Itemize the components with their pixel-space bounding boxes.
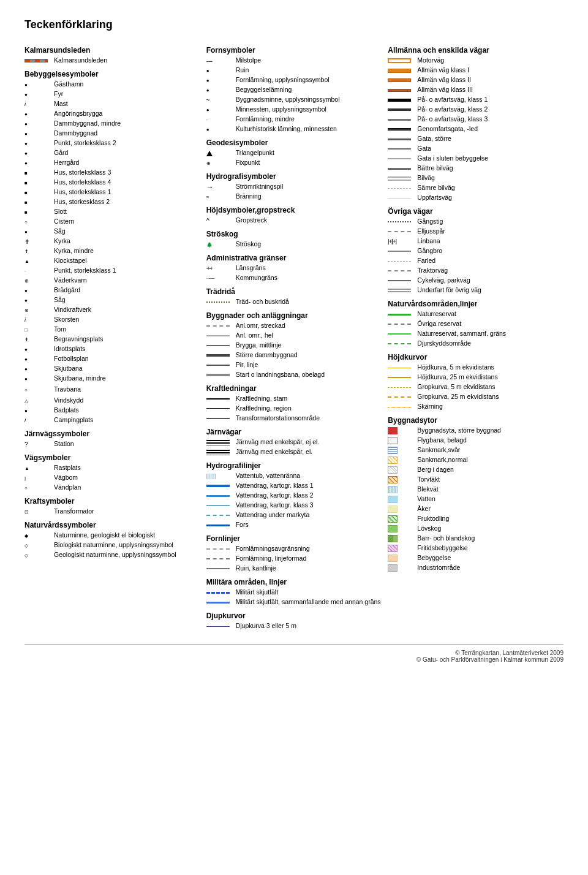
kyrka-symbol: ✝ — [24, 238, 51, 245]
list-item: ● Begyggelselämning — [206, 86, 382, 94]
gata-sym — [388, 148, 415, 150]
traktor-label: Traktorväg — [417, 267, 448, 275]
djurskydd-label: Djurskyddsområde — [417, 339, 471, 348]
hus1-symbol: ■ — [24, 190, 51, 195]
section-hydrografi: Hydrografisymboler — [206, 172, 382, 181]
klockstapel-symbol: ▲ — [24, 259, 51, 264]
list-item: Brygga, mittlinje — [206, 341, 382, 350]
list-item: ||||| Vattentub, vattenränna — [206, 472, 382, 480]
fornlamn-avgr-sym — [206, 548, 233, 550]
list-item: På- o avfartsväg, klass 3 — [388, 115, 564, 124]
list-item: ⊡ Transformator — [24, 507, 200, 516]
damm-mindre-label: Dammbyggnad, mindre — [54, 119, 121, 128]
gata-label: Gata — [417, 145, 431, 153]
samre-label: Sämre bilväg — [417, 184, 454, 192]
geo-naturminne-sym: ◇ — [24, 553, 51, 558]
list-item: ○ Travbana — [24, 385, 200, 394]
begrav-symbol: ✝ — [24, 337, 51, 343]
kulthistorisk-sym: ● — [206, 127, 233, 132]
berg-sym — [388, 466, 415, 474]
list-item: Naturreservat, sammanf. gräns — [388, 330, 564, 338]
list-item: Sämre bilväg — [388, 184, 564, 192]
hus3-symbol: ■ — [24, 170, 51, 176]
list-item: Fornlämning, linjeformad — [206, 555, 382, 563]
list-item: i Campingplats — [24, 416, 200, 425]
fritids-label: Fritidsbebyggelse — [417, 544, 467, 553]
list-item: ● Herrgård — [24, 159, 200, 167]
list-item: ● Gästhamn — [24, 80, 200, 89]
punkt2-symbol: ● — [24, 141, 51, 146]
bygg-stor-sym — [388, 427, 415, 434]
anl-hel-sym — [206, 335, 233, 336]
cistern-label: Cistern — [54, 218, 74, 226]
badplats-symbol: ● — [24, 408, 51, 414]
list-item: -+--+ Länsgräns — [206, 264, 382, 273]
bradgard-symbol: ● — [24, 288, 51, 294]
fyr-symbol: ● — [24, 92, 51, 97]
page-title: Teckenförklaring — [24, 18, 564, 31]
vatten1-sym — [206, 485, 233, 487]
list-item: Pir, linje — [206, 361, 382, 369]
minnessten-label: Minnessten, upplysningssymbol — [236, 105, 326, 114]
begygge-label: Begyggelselämning — [236, 86, 292, 94]
bradgard-label: Brädgård — [54, 286, 80, 295]
aker-sym — [388, 506, 415, 513]
milstolpe-label: Milstolpe — [236, 56, 261, 65]
angoring-symbol: ● — [24, 112, 51, 117]
lansgrans-label: Länsgräns — [236, 264, 266, 273]
list-item: Traktorväg — [388, 267, 564, 275]
frukt-label: Fruktodling — [417, 515, 449, 523]
vatten-under-sym — [206, 515, 233, 516]
list-item: Industriområde — [388, 564, 564, 572]
industri-sym — [388, 564, 415, 572]
motorvag-label: Motorväg — [417, 56, 444, 65]
list-item: Gata i sluten bebyggelse — [388, 154, 564, 163]
list-item: · ·— Kommungräns — [206, 274, 382, 282]
list-item: | Vägbom — [24, 474, 200, 482]
ruin-kant-label: Ruin, kantlinje — [236, 564, 276, 573]
fixpunkt-label: Fixpunkt — [236, 159, 260, 167]
section-jarnvag-sym: Järnvägssymboler — [24, 430, 200, 438]
hus1-label: Hus, storleksklass 1 — [54, 188, 111, 197]
gard-symbol: ● — [24, 151, 51, 156]
section-bebyggelse: Bebyggelsesymboler — [24, 70, 200, 78]
samre-sym — [388, 188, 415, 189]
start-label: Start o landningsbana, obelagd — [236, 371, 325, 379]
list-item: Gångbro — [388, 247, 564, 256]
motorvag-sym — [388, 58, 415, 63]
gangbro-label: Gångbro — [417, 247, 442, 256]
torn-symbol: □ — [24, 327, 51, 333]
uppfart-sym — [388, 198, 415, 199]
list-item: Bilväg — [388, 174, 564, 183]
pa1-sym — [388, 99, 415, 102]
section-admin-grans: Administrativa gränser — [206, 254, 382, 262]
naturres-sym — [388, 314, 415, 316]
sank-normal-sym — [388, 456, 415, 464]
list-item: ● Fornlämning, upplysningssymbol — [206, 76, 382, 85]
list-item: ● Minnessten, upplysningssymbol — [206, 105, 382, 114]
vatten1-label: Vattendrag, kartogr. klass 1 — [236, 482, 314, 490]
naturres-grans-label: Naturreservat, sammanf. gräns — [417, 330, 506, 338]
skjutbana-symbol: ● — [24, 366, 51, 372]
kommungrans-sym: · ·— — [206, 275, 233, 281]
fors-label: Fors — [236, 521, 249, 529]
column-3: Allmänna och enskilda vägar Motorväg All… — [388, 41, 564, 574]
footer-line2: © Gatu- och Parkförvaltningen i Kalmar k… — [24, 656, 564, 663]
klockstapel-label: Klockstapel — [54, 257, 87, 265]
kyrka-mindre-label: Kyrka, mindre — [54, 247, 94, 256]
pa3-label: På- o avfartsväg, klass 3 — [417, 115, 488, 124]
camping-label: Campingplats — [54, 416, 93, 425]
start-sym — [206, 374, 233, 376]
list-item: ● Skjutbana — [24, 365, 200, 373]
barrskog-label: Barr- och blandskog — [417, 534, 475, 543]
hus2-label: Hus, storkesklass 2 — [54, 198, 110, 206]
idrott-symbol: ● — [24, 347, 51, 352]
battre-sym — [388, 168, 415, 170]
list-item: Bebyggelse — [388, 554, 564, 562]
list-item: ≈ Bränning — [206, 192, 382, 201]
frukt-sym — [388, 515, 415, 523]
vindskydd-symbol: △ — [24, 398, 51, 404]
lansgrans-sym: -+--+ — [206, 265, 233, 271]
hojd5-sym — [388, 368, 415, 368]
kraft-stam-label: Kraftledning, stam — [236, 395, 288, 403]
